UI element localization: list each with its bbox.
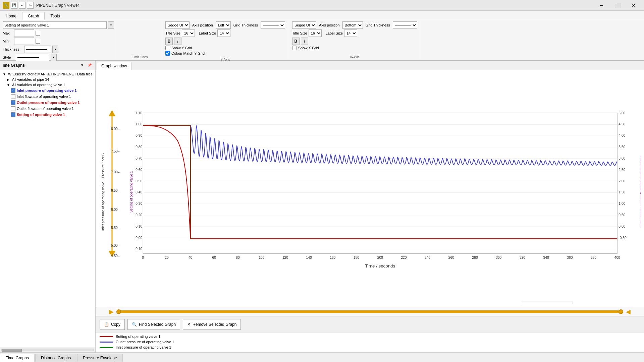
redo-btn[interactable]: ↪ — [27, 2, 34, 9]
copy-button[interactable]: 📋 Copy — [100, 319, 125, 330]
x-font-select[interactable]: Segoe UI — [292, 21, 316, 29]
graph-window-tab[interactable]: Graph window — [97, 62, 131, 70]
scrollbar-track[interactable] — [1, 349, 94, 351]
tree-area: ▼ W:\Users\Victoria\MARKETING\PIPENET Da… — [0, 70, 95, 347]
svg-text:260: 260 — [448, 256, 454, 259]
minimize-button[interactable]: ─ — [594, 0, 609, 10]
tab-distance-graphs[interactable]: Distance Graphs — [35, 354, 76, 362]
thickness-dropdown[interactable]: ───── — [24, 46, 51, 53]
copy-icon: 📋 — [104, 322, 109, 327]
y-label-size-select[interactable]: 14 — [217, 29, 230, 37]
scrollbar-thumb[interactable] — [2, 349, 22, 352]
tab-graph[interactable]: Graph — [22, 12, 45, 20]
list-item-setting[interactable]: ✓ Setting of operating valve 1 — [9, 112, 94, 118]
remove-selected-button[interactable]: ✕ Remove Selected Graph — [183, 319, 241, 330]
list-item-inlet-flowrate[interactable]: Inlet flowrate of operating valve 1 — [9, 94, 94, 100]
zoom-slider-track[interactable] — [116, 310, 623, 313]
save-btn[interactable]: 💾 — [11, 2, 17, 9]
y-italic-btn[interactable]: I — [174, 38, 181, 45]
svg-text:1.50: 1.50 — [619, 190, 625, 194]
style-colour-row: Style ───── ▼ — [3, 54, 114, 61]
x-label-size-select[interactable]: 14 — [344, 29, 357, 37]
svg-text:Outlet pressure of operating v: Outlet pressure of operating valve 1 Pre… — [640, 156, 641, 228]
max-check[interactable] — [36, 31, 40, 36]
tab-home[interactable]: Home — [0, 12, 22, 20]
ribbon-tab-bar: Home Graph Tools — [0, 11, 644, 20]
zoom-right-arrow[interactable]: ◀ — [626, 308, 631, 315]
svg-text:100: 100 — [259, 256, 264, 259]
zoom-slider-right-handle[interactable] — [619, 309, 623, 314]
main-area: ime Graphs ▼ 📌 ▼ W:\Users\Victoria\MARKE… — [0, 61, 644, 352]
list-item-inlet-pressure[interactable]: ✓ Inlet pressure of operating valve 1 — [9, 87, 94, 94]
close-button[interactable]: ✕ — [626, 0, 641, 10]
svg-text:License Type:  N A: License Type: N A — [523, 304, 542, 304]
sidebar-scrollbar[interactable] — [0, 347, 95, 352]
curve-name-arrow[interactable]: ▼ — [108, 21, 114, 29]
svg-text:40: 40 — [189, 256, 193, 259]
svg-text:5.50–: 5.50– — [111, 226, 120, 230]
y-title-size-select[interactable]: 16 — [182, 29, 195, 37]
app-icon: 🔧 — [3, 2, 9, 9]
expand-icon-valve1: ▼ — [7, 83, 11, 87]
sidebar-expand-icon[interactable]: ▼ — [79, 62, 85, 68]
inlet-pressure-check[interactable]: ✓ — [11, 88, 15, 93]
x-bold-btn[interactable]: B — [292, 38, 300, 45]
tree-root[interactable]: ▼ W:\Users\Victoria\MARKETING\PIPENET Da… — [1, 71, 94, 77]
svg-text:200: 200 — [377, 256, 383, 259]
svg-text:3.50: 3.50 — [619, 145, 625, 149]
tree-pipe34[interactable]: ▶ All variables of pipe 34 — [5, 77, 94, 82]
undo-btn[interactable]: ↩ — [19, 2, 25, 9]
curve-name-dropdown[interactable]: Setting of operating valve 1 — [3, 21, 107, 29]
tab-time-graphs[interactable]: Time Graphs — [0, 354, 35, 362]
svg-text:300: 300 — [496, 256, 501, 259]
inlet-flowrate-label: Inlet flowrate of operating valve 1 — [17, 95, 71, 99]
graph-area: Graph window — [96, 61, 644, 352]
svg-text:-0.10: -0.10 — [135, 247, 143, 251]
bottom-tabs: Time Graphs Distance Graphs Pressure Env… — [0, 352, 644, 362]
svg-text:0.00: 0.00 — [136, 236, 142, 240]
y-font-select[interactable]: Segoe UI — [165, 21, 190, 29]
x-pos-select[interactable]: Bottom — [342, 21, 363, 29]
thickness-arrow[interactable]: ▼ — [52, 46, 58, 53]
zoom-slider-left-handle[interactable] — [116, 309, 121, 314]
inlet-flowrate-check[interactable] — [11, 94, 15, 99]
legend-item-setting: Setting of operating valve 1 — [100, 335, 640, 339]
style-dropdown[interactable]: ───── — [16, 54, 49, 61]
svg-text:400: 400 — [614, 256, 620, 259]
y-pos-select[interactable]: Left — [216, 21, 231, 29]
list-item-outlet-flowrate[interactable]: Outlet flowrate of operating valve 1 — [9, 106, 94, 112]
find-selected-button[interactable]: 🔍 Find Selected Graph — [127, 319, 180, 330]
x-axis-section: Segoe UI Axis position Bottom Grid Thick… — [292, 21, 420, 59]
tab-pressure-envelope[interactable]: Pressure Envelope — [77, 354, 122, 362]
show-x-grid-check[interactable] — [292, 46, 297, 50]
x-title-size-select[interactable]: 16 — [309, 29, 322, 37]
setting-check[interactable]: ✓ — [11, 112, 15, 117]
zoom-left-arrow[interactable]: ▶ — [109, 308, 114, 315]
svg-rect-4 — [143, 113, 617, 254]
x-grid-thick-select[interactable]: ────── — [393, 21, 417, 29]
restore-button[interactable]: ⬜ — [610, 0, 625, 10]
legend-label-outlet: Outlet pressure of operating valve 1 — [116, 340, 174, 344]
y-grid-thick-select[interactable]: ────── — [261, 21, 285, 29]
outlet-flowrate-check[interactable] — [11, 106, 15, 111]
style-arrow[interactable]: ▼ — [51, 54, 57, 61]
colour-match-check[interactable] — [165, 51, 170, 56]
list-item-outlet-pressure[interactable]: ✓ Outlet pressure of operating valve 1 — [9, 100, 94, 106]
tab-tools[interactable]: Tools — [45, 12, 65, 20]
svg-text:60: 60 — [212, 256, 216, 259]
min-check[interactable] — [36, 39, 40, 44]
graph-canvas: 1.10 1.00 0.90 0.80 0.70 0.60 0.50 0.40 … — [96, 70, 644, 307]
x-axis-pos-label: Axis position — [319, 23, 340, 27]
svg-text:0.80: 0.80 — [136, 145, 142, 149]
outlet-pressure-check[interactable]: ✓ — [11, 100, 15, 105]
tree-valve1[interactable]: ▼ All variables of operating valve 1 — [5, 82, 94, 87]
y-grid-thick-label: Grid Thickness — [233, 23, 258, 27]
show-y-grid-check[interactable] — [165, 46, 170, 50]
sidebar-pin-icon[interactable]: 📌 — [87, 62, 93, 68]
y-bold-btn[interactable]: B — [165, 38, 173, 45]
x-italic-btn[interactable]: I — [301, 38, 308, 45]
svg-text:320: 320 — [520, 256, 525, 259]
min-input[interactable]: 0 — [14, 38, 34, 45]
show-y-grid-label: Show Y Grid — [171, 46, 192, 50]
max-input[interactable]: 1 — [14, 29, 34, 37]
